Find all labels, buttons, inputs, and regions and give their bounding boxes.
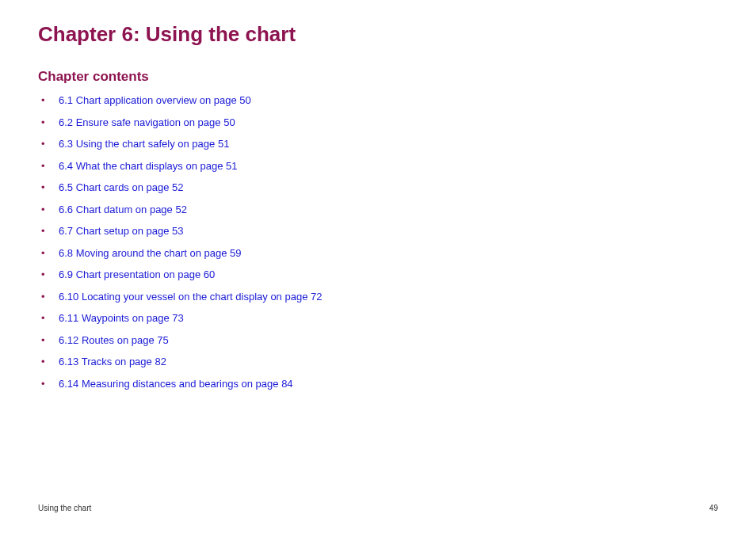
toc-link[interactable]: 6.1 Chart application overview on page 5… <box>59 93 251 109</box>
bullet-icon: • <box>40 354 59 370</box>
bullet-icon: • <box>40 289 59 305</box>
bullet-icon: • <box>40 246 59 261</box>
toc-link[interactable]: 6.7 Chart setup on page 53 <box>59 223 184 239</box>
bullet-icon: • <box>40 93 59 109</box>
footer-title: Using the chart <box>38 504 91 512</box>
toc-item: • 6.10 Locating your vessel on the chart… <box>40 289 718 305</box>
bullet-icon: • <box>40 136 59 152</box>
page-footer: Using the chart 49 <box>38 504 718 512</box>
bullet-icon: • <box>40 267 59 283</box>
toc-item: • 6.11 Waypoints on page 73 <box>40 310 718 326</box>
bullet-icon: • <box>40 223 59 239</box>
toc-link[interactable]: 6.5 Chart cards on page 52 <box>59 180 184 196</box>
chapter-title: Chapter 6: Using the chart <box>38 22 718 47</box>
toc-item: • 6.7 Chart setup on page 53 <box>40 223 718 239</box>
toc-list: • 6.1 Chart application overview on page… <box>38 93 718 391</box>
toc-item: • 6.8 Moving around the chart on page 59 <box>40 246 718 261</box>
bullet-icon: • <box>40 180 59 196</box>
toc-link[interactable]: 6.6 Chart datum on page 52 <box>59 202 187 218</box>
toc-item: • 6.14 Measuring distances and bearings … <box>40 376 718 392</box>
toc-item: • 6.12 Routes on page 75 <box>40 333 718 348</box>
page-number: 49 <box>709 504 718 512</box>
toc-item: • 6.2 Ensure safe navigation on page 50 <box>40 115 718 131</box>
toc-link[interactable]: 6.10 Locating your vessel on the chart d… <box>59 289 322 305</box>
toc-item: • 6.6 Chart datum on page 52 <box>40 202 718 218</box>
toc-item: • 6.5 Chart cards on page 52 <box>40 180 718 196</box>
toc-link[interactable]: 6.14 Measuring distances and bearings on… <box>59 376 293 392</box>
section-title: Chapter contents <box>38 69 718 85</box>
toc-link[interactable]: 6.3 Using the chart safely on page 51 <box>59 136 229 152</box>
bullet-icon: • <box>40 158 59 174</box>
toc-link[interactable]: 6.13 Tracks on page 82 <box>59 354 166 370</box>
toc-link[interactable]: 6.9 Chart presentation on page 60 <box>59 267 215 283</box>
bullet-icon: • <box>40 376 59 392</box>
bullet-icon: • <box>40 115 59 131</box>
toc-item: • 6.1 Chart application overview on page… <box>40 93 718 109</box>
toc-item: • 6.3 Using the chart safely on page 51 <box>40 136 718 152</box>
toc-link[interactable]: 6.12 Routes on page 75 <box>59 333 169 348</box>
toc-link[interactable]: 6.11 Waypoints on page 73 <box>59 310 184 326</box>
bullet-icon: • <box>40 310 59 326</box>
bullet-icon: • <box>40 202 59 218</box>
toc-item: • 6.9 Chart presentation on page 60 <box>40 267 718 283</box>
toc-item: • 6.13 Tracks on page 82 <box>40 354 718 370</box>
bullet-icon: • <box>40 333 59 348</box>
toc-link[interactable]: 6.2 Ensure safe navigation on page 50 <box>59 115 235 131</box>
toc-item: • 6.4 What the chart displays on page 51 <box>40 158 718 174</box>
toc-link[interactable]: 6.4 What the chart displays on page 51 <box>59 158 237 174</box>
toc-link[interactable]: 6.8 Moving around the chart on page 59 <box>59 246 242 261</box>
